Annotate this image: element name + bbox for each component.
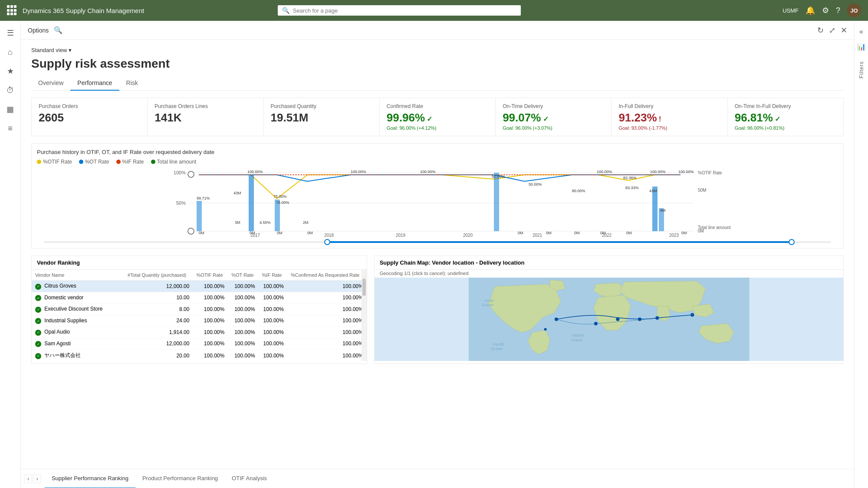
map-container[interactable]: Pacific Ocean Arctic Ocean Atlantic Ocea… [375, 278, 843, 361]
vendor-otif-cell: 100.00% [193, 315, 228, 327]
vendor-status-icon: ✓ [35, 353, 41, 359]
slider-thumb-left[interactable] [324, 239, 330, 245]
vendor-table: Vendor Name #Total Quantity (purchased) … [32, 270, 367, 361]
table-row[interactable]: ✓ ヤハー株式会社 20.00 100.00% 100.00% 100.00% … [32, 350, 367, 361]
svg-text:0M: 0M [574, 231, 580, 235]
sidebar-icon-favorites[interactable]: ★ [2, 62, 19, 80]
close-icon[interactable]: ✕ [841, 26, 847, 35]
legend-otif-dot [37, 160, 41, 164]
legend-otif-label: %OTIF Rate [43, 159, 72, 165]
expand-icon[interactable]: ⤢ [829, 26, 835, 35]
svg-point-52[interactable] [188, 171, 194, 177]
sidebar-icon-recent[interactable]: ⏱ [2, 82, 19, 99]
notifications-icon[interactable]: 🔔 [806, 6, 815, 15]
filters-label: Filters [858, 61, 865, 79]
table-row[interactable]: ✓ Opal Audio 1,914.00 100.00% 100.00% 10… [32, 327, 367, 338]
vendor-if-cell: 100.00% [259, 292, 287, 304]
kpi-row: Purchase Orders 2605 Purchase Orders Lin… [31, 98, 844, 136]
vendor-name-cell: ✓ Industrial Supplies [32, 315, 124, 327]
kpi-on-time-delivery: On-Time Delivery 99.07% ✓ Goal: 96.00% (… [496, 98, 612, 136]
sidebar-icon-home[interactable]: ⌂ [2, 43, 19, 61]
table-row[interactable]: ✓ Citrus Groves 12,000.00 100.00% 100.00… [32, 281, 367, 292]
apps-grid-icon[interactable] [7, 5, 17, 16]
svg-text:83.36%: 83.36% [623, 176, 637, 180]
vendor-qty-cell: 12,000.00 [124, 281, 193, 292]
slider-thumb-right[interactable] [789, 239, 795, 245]
tab-next-button[interactable]: › [33, 474, 41, 483]
svg-text:0M: 0M [277, 231, 283, 235]
sidebar-icon-workspaces[interactable]: ▦ [2, 101, 19, 118]
map-subtitle[interactable]: Geocoding 1/1 (click to cancel): undefin… [375, 270, 843, 278]
svg-point-53[interactable] [188, 228, 194, 234]
vendor-conf-cell: 100.00% [287, 338, 367, 350]
scroll-indicator[interactable] [362, 270, 367, 361]
svg-text:2018: 2018 [324, 233, 334, 238]
view-selector[interactable]: Standard view ▾ [31, 47, 844, 53]
vendor-ot-cell: 100.00% [228, 327, 258, 338]
search-input[interactable] [293, 7, 516, 14]
vendor-qty-cell: 10.00 [124, 292, 193, 304]
world-map-svg: Pacific Ocean Arctic Ocean Atlantic Ocea… [375, 278, 843, 361]
legend-total-dot [151, 160, 155, 164]
help-icon[interactable]: ? [836, 6, 840, 15]
svg-text:3M: 3M [235, 220, 240, 225]
bottom-tab-otif[interactable]: OTIF Analysis [225, 469, 274, 488]
svg-text:Pacific: Pacific [493, 342, 504, 347]
tab-risk[interactable]: Risk [119, 76, 145, 91]
svg-point-63 [616, 318, 619, 321]
table-row[interactable]: ✓ Executive Discount Store 8.00 100.00% … [32, 304, 367, 315]
kpi-purchase-orders: Purchase Orders 2605 [32, 98, 148, 136]
col-total-qty[interactable]: #Total Quantity (purchased) [124, 270, 193, 281]
tab-prev-button[interactable]: ‹ [24, 474, 32, 483]
search-icon: 🔍 [282, 7, 289, 14]
vendor-name-cell: ✓ Sam Agosti [32, 338, 124, 350]
chart-icon[interactable]: 📊 [854, 39, 868, 54]
col-if-rate: %IF Rate [259, 270, 287, 281]
vendor-if-cell: 100.00% [259, 338, 287, 350]
search-bar[interactable]: 🔍 [278, 5, 521, 16]
page-title: Supply risk assessment [31, 57, 844, 71]
svg-text:99.71%: 99.71% [197, 196, 210, 200]
bottom-tabs-bar: ‹ › Supplier Performance Ranking Product… [21, 469, 854, 488]
sidebar-icon-collapse[interactable]: ☰ [2, 24, 19, 42]
app-title: Dynamics 365 Supply Chain Management [23, 7, 144, 14]
vendor-status-icon: ✓ [35, 341, 41, 347]
col-ot-rate: %OT Rate [228, 270, 258, 281]
bottom-tab-product[interactable]: Product Performance Ranking [135, 469, 225, 488]
chart-title: Purchase history in OTIF, OT, and IF Rat… [37, 149, 838, 155]
svg-text:2022: 2022 [602, 233, 612, 238]
refresh-icon[interactable]: ↻ [817, 26, 824, 35]
bottom-tab-supplier[interactable]: Supplier Performance Ranking [45, 469, 135, 488]
options-search-icon[interactable]: 🔍 [54, 26, 62, 34]
tab-overview[interactable]: Overview [31, 76, 70, 91]
chart-slider[interactable] [37, 241, 838, 243]
tab-performance[interactable]: Performance [70, 76, 119, 91]
table-row[interactable]: ✓ Domestic vendor 10.00 100.00% 100.00% … [32, 292, 367, 304]
options-bar: Options 🔍 ↻ ⤢ ✕ [21, 21, 854, 40]
map-section: Supply Chain Map: Vendor location - Deli… [374, 255, 844, 364]
user-avatar[interactable]: JO [847, 3, 861, 17]
kpi-purchase-orders-lines: Purchase Orders Lines 141K [148, 98, 263, 136]
page-tabs: Overview Performance Risk [31, 76, 844, 91]
sidebar-icon-modules[interactable]: ≡ [2, 120, 19, 137]
slider-fill [327, 241, 792, 243]
vendor-if-cell: 100.00% [259, 350, 287, 361]
svg-rect-9 [197, 201, 202, 231]
vendor-name-cell: ✓ Citrus Groves [32, 281, 124, 292]
vendor-conf-cell: 100.00% [287, 304, 367, 315]
panel-collapse-icon[interactable]: « [856, 24, 867, 39]
vendor-if-cell: 100.00% [259, 304, 287, 315]
vendor-name-cell: ✓ Executive Discount Store [32, 304, 124, 315]
svg-rect-12 [494, 173, 499, 231]
svg-text:%OTIF Rate: %OTIF Rate [698, 170, 722, 175]
chart-container[interactable]: 100% 50% %OTIF Rate Total line amount 50… [37, 168, 838, 238]
options-label: Options [28, 27, 49, 34]
svg-text:2017: 2017 [250, 233, 260, 238]
settings-icon[interactable]: ⚙ [822, 6, 829, 15]
vendor-status-icon: ✓ [35, 318, 41, 324]
svg-text:2019: 2019 [396, 233, 406, 238]
table-row[interactable]: ✓ Sam Agosti 12,000.00 100.00% 100.00% 1… [32, 338, 367, 350]
svg-text:0M: 0M [546, 231, 552, 235]
vendor-conf-cell: 100.00% [287, 292, 367, 304]
table-row[interactable]: ✓ Industrial Supplies 24.00 100.00% 100.… [32, 315, 367, 327]
